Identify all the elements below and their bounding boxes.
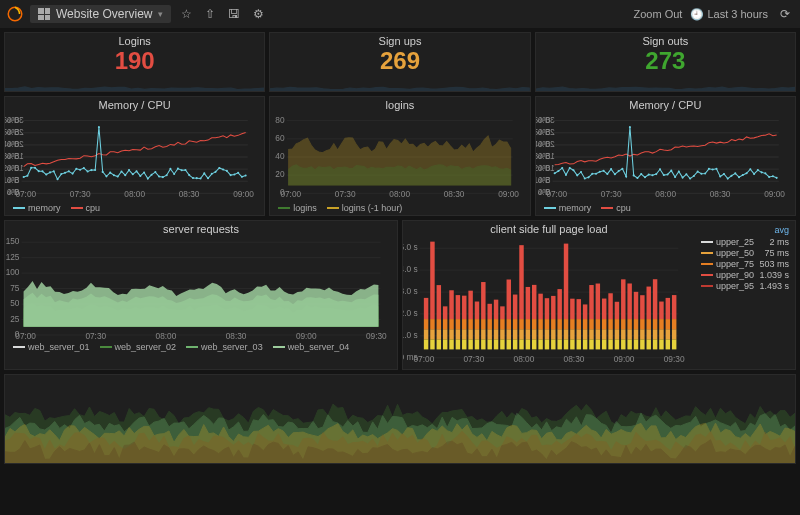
dashboard-title: Website Overview	[56, 7, 152, 21]
stat-value: 273	[536, 49, 795, 73]
svg-rect-250	[449, 339, 453, 349]
svg-rect-277	[487, 304, 491, 319]
legend-row[interactable]: upper_5075 ms	[701, 248, 789, 258]
svg-point-180	[715, 168, 717, 170]
svg-text:10%: 10%	[6, 163, 23, 173]
svg-rect-359	[621, 329, 625, 339]
panel-logins[interactable]: logins 80604020007:0007:3008:0008:3009:0…	[269, 96, 530, 216]
svg-text:5%: 5%	[6, 175, 19, 185]
star-icon[interactable]: ☆	[177, 5, 195, 23]
chart: 60 B50 B40 B30 B20 B10 B0 B30%25%20%15%1…	[536, 113, 795, 201]
legend-item[interactable]: web_server_02	[100, 342, 177, 352]
legend-row[interactable]: upper_901.039 s	[701, 270, 789, 280]
legend-item[interactable]: web_server_04	[273, 342, 350, 352]
top-bar: Website Overview ▾ ☆ ⇧ 🖫 ⚙ Zoom Out 🕘 La…	[0, 0, 800, 28]
svg-point-59	[136, 170, 138, 172]
chevron-down-icon: ▾	[158, 9, 163, 19]
legend-row[interactable]: upper_951.493 s	[701, 281, 789, 291]
svg-rect-327	[570, 329, 574, 339]
panel-memory-cpu[interactable]: Memory / CPU 60 B50 B40 B30 B20 B10 B0 B…	[4, 96, 265, 216]
svg-rect-306	[538, 339, 542, 349]
svg-point-148	[595, 173, 597, 175]
svg-point-178	[708, 168, 710, 170]
svg-point-37	[53, 170, 55, 172]
svg-rect-391	[672, 329, 676, 339]
legend-item[interactable]: cpu	[601, 203, 631, 213]
stat-panel-sign ups[interactable]: Sign ups 269	[269, 32, 530, 92]
svg-point-76	[199, 178, 201, 180]
share-icon[interactable]: ⇧	[201, 5, 219, 23]
svg-point-173	[689, 178, 691, 180]
svg-rect-362	[627, 339, 631, 349]
svg-rect-285	[500, 306, 504, 319]
legend-item[interactable]: web_server_01	[13, 342, 90, 352]
svg-text:60: 60	[276, 133, 286, 143]
svg-text:40: 40	[276, 151, 286, 161]
svg-rect-258	[462, 339, 466, 349]
svg-text:10%: 10%	[537, 163, 554, 173]
svg-rect-365	[627, 283, 631, 319]
svg-point-150	[602, 170, 604, 172]
svg-point-185	[734, 172, 736, 174]
legend-row[interactable]: upper_75503 ms	[701, 259, 789, 269]
svg-text:09:00: 09:00	[614, 354, 635, 364]
legend-item[interactable]: logins	[278, 203, 317, 213]
panel-memory-cpu[interactable]: Memory / CPU 60 B50 B40 B30 B20 B10 B0 B…	[535, 96, 796, 216]
svg-text:08:00: 08:00	[124, 189, 145, 199]
legend-item[interactable]: logins (-1 hour)	[327, 203, 403, 213]
svg-rect-296	[519, 319, 523, 329]
legend-item[interactable]: memory	[13, 203, 61, 213]
svg-rect-298	[526, 339, 530, 349]
settings-icon[interactable]: ⚙	[249, 5, 267, 23]
svg-rect-286	[507, 339, 511, 349]
svg-text:25: 25	[10, 315, 20, 324]
stat-value: 190	[5, 49, 264, 73]
svg-point-50	[102, 171, 104, 173]
stat-panel-logins[interactable]: Logins 190	[4, 32, 265, 92]
svg-rect-357	[615, 302, 619, 319]
svg-rect-356	[615, 319, 619, 329]
svg-point-146	[587, 176, 589, 178]
panel-server-requests[interactable]: server requests 150125100755025007:0007:…	[4, 220, 398, 370]
svg-point-190	[753, 173, 755, 175]
svg-rect-361	[621, 279, 625, 319]
svg-point-168	[670, 170, 672, 172]
svg-rect-235	[424, 329, 428, 339]
svg-point-165	[659, 168, 661, 170]
stat-value: 269	[270, 49, 529, 73]
svg-rect-254	[456, 339, 460, 349]
save-icon[interactable]: 🖫	[225, 5, 243, 23]
svg-point-196	[775, 177, 777, 179]
svg-rect-265	[468, 291, 472, 319]
svg-rect-367	[634, 329, 638, 339]
zoom-out-button[interactable]: Zoom Out	[633, 8, 682, 20]
svg-rect-271	[481, 329, 485, 339]
svg-rect-291	[513, 329, 517, 339]
stat-panel-sign outs[interactable]: Sign outs 273	[535, 32, 796, 92]
svg-rect-301	[526, 287, 530, 319]
svg-point-167	[666, 173, 668, 175]
legend-item[interactable]: web_server_03	[186, 342, 263, 352]
legend-item[interactable]: cpu	[71, 203, 101, 213]
svg-rect-341	[589, 285, 593, 319]
svg-rect-242	[437, 339, 441, 349]
svg-point-174	[693, 175, 695, 177]
panel-page-load[interactable]: client side full page load 5.0 s4.0 s3.0…	[402, 220, 796, 370]
svg-point-74	[192, 177, 194, 179]
time-range-picker[interactable]: 🕘 Last 3 hours	[690, 8, 768, 21]
svg-rect-378	[653, 339, 657, 349]
svg-rect-312	[545, 319, 549, 329]
svg-rect-297	[519, 245, 523, 319]
svg-text:07:00: 07:00	[413, 354, 434, 364]
svg-rect-369	[634, 292, 638, 319]
refresh-icon[interactable]: ⟳	[776, 5, 794, 23]
svg-point-29	[23, 176, 25, 178]
panel-bottom-spark[interactable]	[4, 374, 796, 464]
legend-item[interactable]: memory	[544, 203, 592, 213]
svg-rect-268	[475, 319, 479, 329]
svg-point-193	[764, 172, 766, 174]
svg-rect-247	[443, 329, 447, 339]
svg-rect-278	[494, 339, 498, 349]
dashboard-picker[interactable]: Website Overview ▾	[30, 5, 171, 23]
legend-row[interactable]: upper_252 ms	[701, 237, 789, 247]
